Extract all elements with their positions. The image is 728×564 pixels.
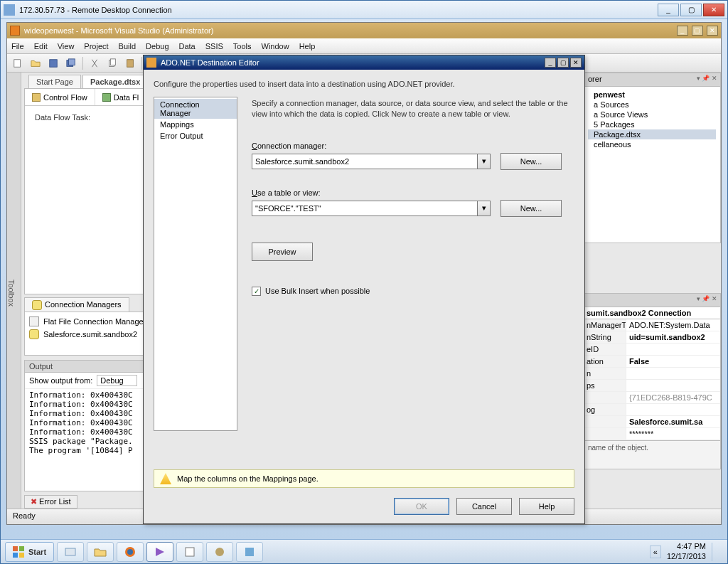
connection-icon <box>32 300 42 310</box>
rdc-window: 172.30.57.73 - Remote Desktop Connection… <box>0 0 728 564</box>
rdc-maximize-button[interactable]: ▢ <box>680 4 702 16</box>
menu-debug[interactable]: Debug <box>146 42 168 50</box>
adonet-description: Configure the properties used to insert … <box>154 77 574 97</box>
table-view-combo[interactable] <box>252 201 478 216</box>
menu-edit[interactable]: Edit <box>34 42 48 50</box>
adonet-hint: Specify a connection manager, data sourc… <box>252 98 574 120</box>
rdc-title-text: 172.30.57.73 - Remote Desktop Connection <box>19 6 172 14</box>
vs-maximize-button[interactable]: ▢ <box>692 26 703 36</box>
tree-item[interactable]: a Sources <box>588 100 716 110</box>
svg-point-15 <box>215 548 224 556</box>
output-show-combo[interactable]: Debug <box>97 375 136 386</box>
toolbar-new-project-button[interactable] <box>10 56 26 70</box>
show-desktop-button[interactable] <box>712 543 719 561</box>
svg-rect-5 <box>110 58 115 65</box>
menu-view[interactable]: View <box>58 42 75 50</box>
solution-explorer-title: orer ▾ 📌 ✕ <box>583 73 721 87</box>
menu-window[interactable]: Window <box>262 42 289 50</box>
table-view-dropdown-button[interactable]: ▾ <box>478 201 491 216</box>
table-new-button[interactable]: New... <box>500 200 562 217</box>
svg-rect-1 <box>50 59 58 67</box>
properties-title: ▾ 📌 ✕ <box>583 293 721 307</box>
menu-project[interactable]: Project <box>84 42 108 50</box>
taskbar-item-1[interactable] <box>57 542 84 562</box>
flatfile-icon <box>29 316 39 326</box>
svg-rect-0 <box>14 59 21 67</box>
menu-tools[interactable]: Tools <box>233 42 252 50</box>
properties-grid[interactable]: nManagerTyADO.NET:System.Data nStringuid… <box>583 319 721 441</box>
adonet-nav-list: Connection Manager Mappings Error Output <box>154 97 237 431</box>
taskbar-item-explorer[interactable] <box>87 542 114 562</box>
tree-item[interactable]: cellaneous <box>588 139 716 149</box>
vs-close-button[interactable]: ✕ <box>707 26 718 36</box>
table-view-label: Use a table or view: <box>252 188 574 197</box>
menu-file[interactable]: File <box>11 42 24 50</box>
bulk-insert-checkbox[interactable]: ✓ <box>252 287 261 296</box>
tab-start-page[interactable]: Start Page <box>28 75 81 88</box>
menu-ssis[interactable]: SSIS <box>205 42 223 50</box>
nav-error-output[interactable]: Error Output <box>154 130 237 142</box>
svg-rect-10 <box>19 553 24 558</box>
toolbar-save-button[interactable] <box>46 56 61 70</box>
properties-pin-icon[interactable]: ▾ 📌 ✕ <box>697 295 717 302</box>
connection-managers-tab[interactable]: Connection Managers <box>24 297 129 312</box>
svg-point-13 <box>127 549 133 555</box>
adonet-minimize-button[interactable]: _ <box>545 58 556 68</box>
tree-item-package[interactable]: Package.dtsx <box>588 129 716 139</box>
taskbar-item-4[interactable] <box>176 542 203 562</box>
svg-rect-3 <box>69 58 75 65</box>
adonet-maximize-button[interactable]: ▢ <box>557 58 569 68</box>
status-text: Ready <box>13 511 36 520</box>
adonet-warning-text: Map the columns on the Mappings page. <box>177 474 318 483</box>
designer-tab-dataflow[interactable]: Data Fl <box>95 89 146 105</box>
tree-item[interactable]: a Source Views <box>588 110 716 119</box>
properties-description: name of the object. <box>583 441 721 469</box>
adonet-icon <box>146 58 156 68</box>
properties-object-combo[interactable]: sumit.sandbox2 Connection <box>583 307 721 319</box>
taskbar-item-vs[interactable] <box>146 542 173 562</box>
tab-package-dtsx[interactable]: Package.dtsx <box>82 75 148 88</box>
svg-rect-16 <box>245 548 254 556</box>
rdc-minimize-button[interactable]: _ <box>658 4 679 16</box>
adonet-close-button[interactable]: ✕ <box>570 58 582 68</box>
tree-item[interactable]: penwest <box>588 90 716 100</box>
right-panels: orer ▾ 📌 ✕ penwest a Sources a Source Vi… <box>583 73 721 509</box>
taskbar-item-5[interactable] <box>206 542 233 562</box>
svg-rect-14 <box>186 548 194 556</box>
db-icon <box>29 329 39 339</box>
connection-manager-dropdown-button[interactable]: ▾ <box>478 154 491 169</box>
start-button[interactable]: Start <box>5 542 54 562</box>
toolbox-panel[interactable]: Toolbox <box>7 73 21 509</box>
taskbar-item-6[interactable] <box>236 542 263 562</box>
preview-button[interactable]: Preview <box>252 243 313 261</box>
menu-build[interactable]: Build <box>119 42 136 50</box>
adonet-title-text: ADO.NET Destination Editor <box>161 58 259 67</box>
ok-button[interactable]: OK <box>394 498 449 515</box>
tray-clock[interactable]: 4:47 PM 12/17/2013 <box>667 542 706 560</box>
nav-connection-manager[interactable]: Connection Manager <box>154 99 237 119</box>
help-button[interactable]: Help <box>519 498 574 515</box>
cancel-button[interactable]: Cancel <box>456 498 512 515</box>
connection-manager-combo[interactable] <box>252 154 478 169</box>
svg-rect-7 <box>13 546 18 551</box>
designer-tab-controlflow[interactable]: Control Flow <box>25 89 95 105</box>
tray-chevron-icon[interactable]: « <box>650 546 661 558</box>
adonet-titlebar[interactable]: ADO.NET Destination Editor _ ▢ ✕ <box>144 55 584 70</box>
solution-pin-icon[interactable]: ▾ 📌 ✕ <box>697 75 717 82</box>
nav-mappings[interactable]: Mappings <box>154 119 237 130</box>
menu-data[interactable]: Data <box>179 42 196 50</box>
toolbar-open-button[interactable] <box>28 56 43 70</box>
connection-new-button[interactable]: New... <box>500 153 562 170</box>
solution-explorer-tree[interactable]: penwest a Sources a Source Views 5 Packa… <box>583 87 721 243</box>
toolbar-cut-button[interactable] <box>87 56 102 70</box>
vs-titlebar: wideopenwest - Microsoft Visual Studio (… <box>7 23 721 38</box>
tree-item[interactable]: 5 Packages <box>588 119 716 129</box>
toolbar-copy-button[interactable] <box>105 56 120 70</box>
toolbar-paste-button[interactable] <box>122 56 138 70</box>
rdc-close-button[interactable]: ✕ <box>703 4 724 16</box>
vs-minimize-button[interactable]: _ <box>677 26 688 36</box>
menu-help[interactable]: Help <box>299 42 316 50</box>
error-list-tab[interactable]: ✖ Error List <box>24 495 77 509</box>
toolbar-saveall-button[interactable] <box>63 56 79 70</box>
taskbar-item-firefox[interactable] <box>117 542 144 562</box>
